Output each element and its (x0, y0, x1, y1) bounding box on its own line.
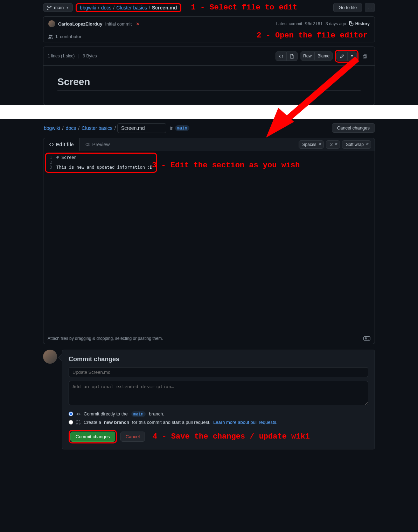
view-rendered-button[interactable] (287, 51, 298, 61)
commit-message[interactable]: Initial commit (105, 21, 132, 27)
contributors-row[interactable]: 1 contributor 2 - Open the file editor (43, 31, 375, 42)
go-to-file-button[interactable]: Go to file (333, 3, 362, 12)
commit-author[interactable]: CarlosLopezElorduy (58, 21, 102, 27)
avatar (43, 350, 57, 364)
contributor-label: contributor (60, 34, 81, 39)
svg-point-7 (79, 423, 81, 425)
file-bytes: 9 Bytes (83, 54, 97, 58)
blame-button[interactable]: Blame (315, 51, 333, 61)
indent-size-select[interactable]: 2 (326, 140, 340, 149)
history-link[interactable]: History (349, 21, 370, 26)
edit-file-button[interactable] (336, 51, 348, 61)
contributor-count: 1 (55, 34, 58, 39)
latest-commit-row: CarlosLopezElorduy Initial commit ✕ Late… (43, 17, 375, 31)
edit-dropdown-button[interactable]: ▼ (348, 51, 357, 61)
line-number: 2 (46, 160, 56, 165)
breadcrumb-file: Screen.md (151, 5, 178, 10)
annotation-1: 1 - Select file to edit (191, 3, 298, 12)
commit-description-input[interactable] (69, 381, 368, 405)
annotation-2: 2 - Open the file editor (257, 31, 368, 40)
breadcrumb-root[interactable]: bbgwiki (79, 5, 97, 10)
branch-tag: main (175, 125, 189, 131)
markdown-icon[interactable]: M↓ (363, 336, 370, 341)
svg-point-2 (77, 413, 79, 415)
commit-branch-option[interactable]: Create a new branch for this commit and … (69, 418, 368, 426)
commit-summary-input[interactable] (69, 367, 368, 377)
breadcrumb-docs[interactable]: docs (100, 5, 113, 10)
wrap-mode-select[interactable]: Soft wrap (342, 140, 371, 149)
radio-direct[interactable] (69, 412, 73, 416)
more-menu-button[interactable]: ··· (365, 3, 375, 12)
raw-button[interactable]: Raw (300, 51, 315, 61)
breadcrumb2-docs[interactable]: docs (65, 125, 77, 131)
status-fail-icon[interactable]: ✕ (136, 21, 140, 27)
pull-request-icon (76, 420, 81, 425)
learn-more-link[interactable]: Learn more about pull requests. (213, 420, 278, 425)
cancel-changes-button[interactable]: Cancel changes (332, 123, 375, 133)
history-icon (349, 21, 354, 26)
code-text: This is new and updated information :D (56, 165, 153, 170)
people-icon (48, 34, 53, 39)
line-number: 3 (46, 165, 56, 170)
rendered-content: Screen (43, 66, 375, 105)
code-icon (49, 142, 54, 147)
commit-age: 3 days ago (326, 21, 346, 26)
attach-hint[interactable]: Attach files by dragging & dropping, sel… (43, 333, 375, 344)
filename-input[interactable] (117, 123, 166, 133)
commit-changes-button[interactable]: Commit changes (70, 432, 115, 442)
editor-tabs: Edit file Preview Spaces 2 Soft wrap (43, 138, 375, 151)
in-label: in (170, 125, 174, 131)
breadcrumb-cluster[interactable]: Cluster basics (115, 5, 148, 10)
copy-button[interactable] (360, 52, 370, 61)
code-editor[interactable]: 1# Screen 2 3This is new and updated inf… (43, 151, 375, 333)
branch-icon (47, 5, 52, 10)
code-icon (279, 54, 284, 59)
commit-form: Commit changes Commit directly to the ma… (62, 350, 375, 449)
indent-mode-select[interactable]: Spaces (299, 140, 324, 149)
line-number: 1 (46, 155, 56, 160)
pencil-icon (340, 54, 344, 59)
latest-commit-label: Latest commit (276, 21, 302, 26)
annotation-4: 4 - Save the changes / update wiki (153, 432, 310, 441)
annotation-3: 3 - Edit the section as you wish (152, 161, 300, 170)
breadcrumb: bbgwiki/ docs/ Cluster basics/ Screen.md (76, 3, 181, 12)
view-source-button[interactable] (276, 51, 287, 61)
file-icon (290, 54, 294, 59)
file-lines: 1 lines (1 sloc) (48, 54, 75, 58)
file-info-bar: 1 lines (1 sloc) | 9 Bytes Raw Blame ▼ (43, 47, 375, 66)
svg-point-5 (76, 420, 78, 421)
radio-branch[interactable] (69, 420, 73, 425)
tab-edit-file[interactable]: Edit file (43, 138, 80, 151)
copy-icon (363, 54, 368, 59)
branch-name: main (54, 5, 64, 10)
commit-title: Commit changes (69, 356, 368, 363)
code-text: # Screen (56, 155, 77, 160)
tab-preview[interactable]: Preview (80, 138, 116, 151)
breadcrumb2-root[interactable]: bbgwiki (43, 125, 61, 131)
rendered-heading: Screen (57, 76, 361, 91)
avatar[interactable] (48, 20, 55, 27)
commit-icon (76, 412, 81, 416)
commit-sha[interactable]: 90d2f81 (305, 21, 323, 26)
breadcrumb2-cluster[interactable]: Cluster basics (81, 125, 113, 131)
editor-breadcrumb: bbgwiki/ docs/ Cluster basics/ (43, 125, 116, 131)
eye-icon (85, 142, 90, 147)
branch-selector[interactable]: main ▼ (43, 3, 73, 12)
cancel-commit-button[interactable]: Cancel (120, 432, 145, 442)
chevron-down-icon: ▼ (66, 6, 69, 9)
commit-direct-option[interactable]: Commit directly to the main branch. (69, 410, 368, 418)
svg-point-6 (76, 423, 78, 425)
